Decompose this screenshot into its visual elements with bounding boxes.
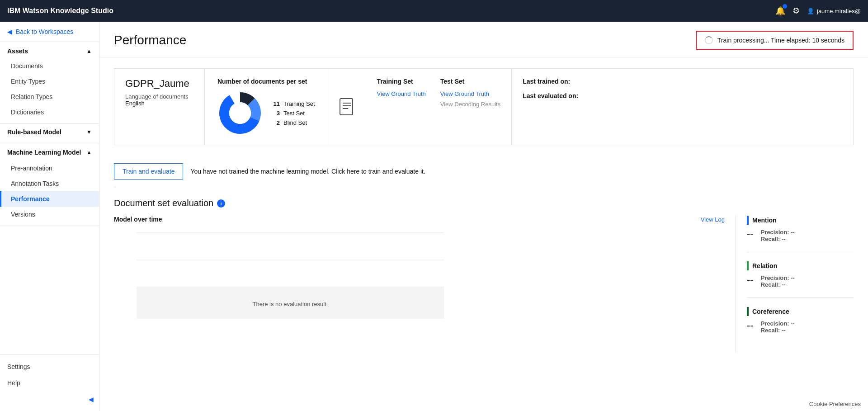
- back-to-workspaces[interactable]: ◀ Back to Workspaces: [0, 22, 99, 42]
- sidebar-item-dictionaries[interactable]: Dictionaries: [0, 104, 99, 120]
- docs-donut-chart: [217, 90, 263, 136]
- test-set-label: Test Set: [283, 110, 305, 117]
- rule-based-header[interactable]: Rule-based Model ▼: [0, 124, 99, 140]
- ml-model-section: Machine Learning Model ▲ Pre-annotation …: [0, 144, 99, 226]
- sidebar-item-settings[interactable]: Settings: [0, 359, 99, 375]
- eval-info-icon[interactable]: i: [217, 199, 225, 208]
- sidebar-item-help[interactable]: Help: [0, 375, 99, 391]
- chart-header: Model over time View Log: [114, 216, 725, 223]
- test-count: 3: [272, 110, 280, 117]
- training-set-title: Training Set: [377, 78, 426, 85]
- view-decoding-results-link[interactable]: View Decoding Results: [440, 101, 500, 108]
- app-title-ibm: IBM: [7, 7, 23, 14]
- sidebar-item-entity-types[interactable]: Entity Types: [0, 74, 99, 89]
- docs-per-set-section: Number of documents per set: [205, 69, 328, 145]
- sidebar-item-performance[interactable]: Performance: [0, 191, 99, 207]
- mention-metric-bar: [747, 216, 749, 225]
- sidebar: ◀ Back to Workspaces Assets ▲ Documents …: [0, 22, 99, 411]
- view-log-link[interactable]: View Log: [701, 216, 725, 223]
- sidebar-item-pre-annotation[interactable]: Pre-annotation: [0, 161, 99, 176]
- sidebar-item-relation-types[interactable]: Relation Types: [0, 89, 99, 104]
- relation-label: Relation: [752, 262, 777, 269]
- app-title: IBM Watson Knowledge Studio: [7, 7, 775, 15]
- assets-label: Assets: [7, 47, 28, 55]
- workspace-lang-value: English: [125, 100, 193, 107]
- test-set-title: Test Set: [440, 78, 500, 85]
- mention-label: Mention: [752, 217, 777, 224]
- user-icon: 👤: [807, 8, 814, 14]
- chart-wrapper: 1 0.80 0.60 0.40 Score: [114, 228, 725, 338]
- content-header: Performance Train processing... Time ela…: [99, 22, 868, 57]
- blind-count: 2: [272, 119, 280, 126]
- page-title: Performance: [114, 33, 186, 47]
- notifications-icon[interactable]: 🔔: [775, 6, 785, 16]
- svg-text:There is no evaluation result.: There is no evaluation result.: [253, 301, 328, 307]
- sidebar-item-documents[interactable]: Documents: [0, 58, 99, 74]
- loading-spinner: [705, 36, 713, 44]
- top-nav: IBM Watson Knowledge Studio 🔔 ⚙ 👤 jaume.…: [0, 0, 868, 22]
- cookie-preferences[interactable]: Cookie Preferences: [802, 397, 868, 411]
- chart-svg: 1 0.80 0.60 0.40 Score: [132, 228, 448, 337]
- chart-area: Model over time View Log 1 0.80 0.60: [114, 216, 736, 352]
- mention-value: --: [747, 228, 754, 240]
- coreference-metric-bar: [747, 307, 749, 316]
- eval-section: Document set evaluation i Model over tim…: [114, 198, 854, 352]
- blind-set-label: Blind Set: [283, 119, 307, 126]
- user-menu[interactable]: 👤 jaume.miralles@: [807, 8, 861, 14]
- assets-chevron-icon: ▲: [86, 48, 92, 54]
- sidebar-bottom: Settings Help ◀: [0, 354, 99, 411]
- metrics-panel: Mention -- Precision: --: [736, 216, 854, 352]
- train-row: Train and evaluate You have not trained …: [114, 156, 854, 187]
- sidebar-item-annotation-tasks[interactable]: Annotation Tasks: [0, 176, 99, 191]
- document-set-icon: [339, 78, 355, 136]
- last-trained-section: Last trained on: Last evaluated on:: [512, 69, 589, 145]
- coreference-details: Precision: -- Recall: --: [761, 320, 795, 334]
- content-body: GDPR_Jaume Language of documents English…: [99, 57, 868, 363]
- workspace-name: GDPR_Jaume: [125, 78, 193, 90]
- training-set-column: Training Set View Ground Truth: [377, 78, 426, 136]
- relation-value: --: [747, 274, 754, 286]
- train-message: You have not trained the machine learnin…: [190, 168, 425, 175]
- training-set-label: Training Set: [283, 100, 315, 107]
- relation-metric-bar: [747, 261, 749, 270]
- last-trained-label: Last trained on:: [523, 78, 578, 85]
- test-set-column: Test Set View Ground Truth View Decoding…: [440, 78, 500, 136]
- training-view-ground-truth-link[interactable]: View Ground Truth: [377, 90, 426, 97]
- mention-metric-group: Mention -- Precision: --: [747, 216, 854, 252]
- rule-based-label: Rule-based Model: [7, 128, 61, 136]
- ml-model-header[interactable]: Machine Learning Model ▲: [0, 144, 99, 161]
- settings-icon[interactable]: ⚙: [793, 6, 800, 16]
- relation-precision: Precision: --: [761, 274, 795, 281]
- test-view-ground-truth-link[interactable]: View Ground Truth: [440, 90, 500, 97]
- train-evaluate-button[interactable]: Train and evaluate: [114, 163, 183, 180]
- legend-test: 3 Test Set: [272, 110, 315, 117]
- coreference-precision: Precision: --: [761, 320, 795, 327]
- relation-metric-group: Relation -- Precision: --: [747, 261, 854, 298]
- coreference-value: --: [747, 320, 754, 331]
- app-title-rest: Knowledge Studio: [48, 7, 113, 14]
- main-layout: ◀ Back to Workspaces Assets ▲ Documents …: [0, 22, 868, 411]
- workspace-card: GDPR_Jaume Language of documents English…: [114, 68, 854, 145]
- legend-training: 11 Training Set: [272, 100, 315, 107]
- chart-title: Model over time: [114, 216, 162, 223]
- ml-model-label: Machine Learning Model: [7, 149, 81, 156]
- processing-banner: Train processing... Time elapsed: 10 sec…: [696, 31, 854, 50]
- sidebar-item-versions[interactable]: Versions: [0, 207, 99, 222]
- coreference-metric-type: Coreference: [747, 307, 854, 316]
- rule-based-section: Rule-based Model ▼: [0, 124, 99, 144]
- relation-recall: Recall: --: [761, 281, 795, 288]
- docs-per-set-title: Number of documents per set: [217, 78, 315, 85]
- top-nav-icons: 🔔 ⚙ 👤 jaume.miralles@: [775, 6, 861, 16]
- docs-per-set-content: Number of documents per set: [217, 78, 315, 136]
- rule-based-chevron-icon: ▼: [86, 129, 92, 135]
- back-chevron-icon: ◀: [7, 28, 12, 35]
- coreference-metric-group: Coreference -- Precision: --: [747, 307, 854, 343]
- relation-metric-type: Relation: [747, 261, 854, 270]
- sidebar-collapse-button[interactable]: ◀: [0, 391, 99, 407]
- chart-svg-container: 1 0.80 0.60 0.40 Score: [132, 228, 725, 338]
- username: jaume.miralles@: [817, 8, 861, 14]
- training-count: 11: [272, 100, 280, 107]
- mention-precision: Precision: --: [761, 229, 795, 236]
- ml-model-chevron-icon: ▲: [86, 149, 92, 156]
- assets-header: Assets ▲: [0, 42, 99, 58]
